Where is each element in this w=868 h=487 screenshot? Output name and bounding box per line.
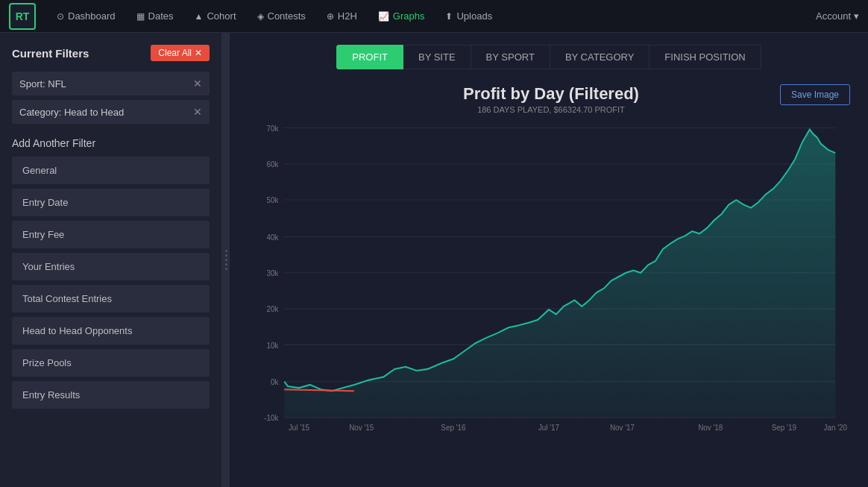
nav-graphs[interactable]: 📈 Graphs bbox=[369, 6, 434, 26]
filter-entry-results-button[interactable]: Entry Results bbox=[12, 381, 210, 409]
main-layout: Current Filters Clear All ✕ Sport: NFL ✕… bbox=[0, 33, 868, 487]
filter-entry-fee-button[interactable]: Entry Fee bbox=[12, 221, 210, 248]
nav-dashboard[interactable]: ⊙ Dashboard bbox=[48, 6, 125, 26]
collapse-dot-2 bbox=[225, 254, 227, 257]
filter-total-contest-entries-button[interactable]: Total Contest Entries bbox=[12, 285, 210, 312]
nav-cohort-label: Cohort bbox=[207, 10, 236, 22]
filter-entry-date-button[interactable]: Entry Date bbox=[12, 189, 210, 216]
save-image-button[interactable]: Save Image bbox=[780, 84, 850, 105]
sidebar-header: Current Filters Clear All ✕ bbox=[12, 45, 210, 61]
app-logo: RT bbox=[9, 3, 36, 30]
account-label: Account bbox=[816, 10, 851, 22]
dates-icon: ▦ bbox=[136, 11, 145, 22]
nav-dates[interactable]: ▦ Dates bbox=[128, 6, 183, 26]
tab-by-site[interactable]: BY SITE bbox=[403, 45, 471, 69]
sidebar-title: Current Filters bbox=[12, 47, 89, 60]
y-label-40k: 40k bbox=[267, 233, 280, 241]
chart-svg-wrapper: 70k 60k 50k 40k 30k 20k 10k 0k -10k bbox=[248, 120, 850, 436]
chart-tab-bar: PROFIT BY SITE BY SPORT BY CATEGORY FINI… bbox=[248, 45, 850, 69]
remove-category-filter-icon[interactable]: ✕ bbox=[193, 106, 202, 118]
x-label-nov15: Nov '15 bbox=[349, 424, 374, 432]
nav-dates-label: Dates bbox=[148, 10, 174, 22]
clear-all-label: Clear All bbox=[158, 48, 192, 58]
nav-items: ⊙ Dashboard ▦ Dates ▲ Cohort ◈ Contests … bbox=[48, 6, 816, 26]
clear-all-close-icon: ✕ bbox=[195, 48, 202, 58]
x-label-jul15: Jul '15 bbox=[289, 424, 309, 432]
h2h-icon: ⊕ bbox=[327, 11, 334, 22]
y-label-0k: 0k bbox=[271, 378, 279, 386]
nav-uploads-label: Uploads bbox=[456, 10, 492, 22]
y-label-10k: 10k bbox=[267, 341, 280, 349]
y-label-neg10k: -10k bbox=[264, 414, 279, 422]
filter-general-button[interactable]: General bbox=[12, 157, 210, 184]
nav-contests-label: Contests bbox=[268, 10, 306, 22]
clear-all-button[interactable]: Clear All ✕ bbox=[151, 45, 210, 61]
nav-contests[interactable]: ◈ Contests bbox=[248, 6, 315, 26]
account-menu[interactable]: Account ▾ bbox=[816, 10, 859, 22]
nav-h2h[interactable]: ⊕ H2H bbox=[318, 6, 366, 26]
tab-by-sport[interactable]: BY SPORT bbox=[471, 45, 550, 69]
navbar: RT ⊙ Dashboard ▦ Dates ▲ Cohort ◈ Contes… bbox=[0, 0, 868, 33]
y-label-50k: 50k bbox=[267, 196, 280, 204]
graphs-icon: 📈 bbox=[378, 11, 389, 22]
y-label-20k: 20k bbox=[267, 305, 280, 313]
nav-graphs-label: Graphs bbox=[393, 10, 425, 22]
nav-cohort[interactable]: ▲ Cohort bbox=[186, 6, 245, 26]
cohort-icon: ▲ bbox=[195, 11, 204, 22]
y-label-70k: 70k bbox=[267, 124, 280, 132]
sidebar: Current Filters Clear All ✕ Sport: NFL ✕… bbox=[0, 33, 222, 487]
x-label-nov18: Nov '18 bbox=[698, 424, 723, 432]
nav-uploads[interactable]: ⬆ Uploads bbox=[436, 6, 501, 26]
x-label-sep16: Sep '16 bbox=[441, 424, 465, 432]
collapse-dot-4 bbox=[225, 263, 227, 266]
nav-h2h-label: H2H bbox=[338, 10, 357, 22]
collapse-dot-1 bbox=[225, 250, 227, 252]
collapse-dot-3 bbox=[225, 259, 227, 261]
chart-header: Profit by Day (Filtered) 186 DAYS PLAYED… bbox=[248, 84, 850, 114]
contests-icon: ◈ bbox=[257, 11, 264, 22]
nav-dashboard-label: Dashboard bbox=[68, 10, 116, 22]
tab-finish-position[interactable]: FINISH POSITION bbox=[650, 45, 761, 69]
account-chevron-icon: ▾ bbox=[854, 10, 859, 22]
x-label-nov17: Nov '17 bbox=[610, 424, 635, 432]
dashboard-icon: ⊙ bbox=[57, 11, 64, 22]
sidebar-collapse-handle[interactable] bbox=[222, 33, 230, 487]
tab-by-category[interactable]: BY CATEGORY bbox=[550, 45, 650, 69]
add-filter-title: Add Another Filter bbox=[12, 137, 210, 149]
active-filter-sport-nfl: Sport: NFL ✕ bbox=[12, 72, 210, 95]
remove-sport-filter-icon[interactable]: ✕ bbox=[193, 78, 202, 89]
filter-sport-label: Sport: NFL bbox=[19, 78, 66, 89]
chart-fill-area bbox=[284, 130, 835, 418]
filter-category-label: Category: Head to Head bbox=[19, 107, 124, 118]
active-filter-category-h2h: Category: Head to Head ✕ bbox=[12, 100, 210, 124]
chart-subtitle: 186 DAYS PLAYED, $66324.70 PROFIT bbox=[322, 105, 780, 114]
main-content: PROFIT BY SITE BY SPORT BY CATEGORY FINI… bbox=[230, 33, 868, 487]
uploads-icon: ⬆ bbox=[445, 11, 453, 22]
x-label-jan20: Jan '20 bbox=[824, 424, 848, 432]
x-label-jul17: Jul '17 bbox=[538, 424, 559, 432]
filter-head-to-head-button[interactable]: Head to Head Opponents bbox=[12, 317, 210, 345]
filter-prize-pools-button[interactable]: Prize Pools bbox=[12, 349, 210, 377]
filter-your-entries-button[interactable]: Your Entries bbox=[12, 253, 210, 280]
x-label-sep19: Sep '19 bbox=[772, 424, 796, 432]
chart-title-block: Profit by Day (Filtered) 186 DAYS PLAYED… bbox=[322, 84, 780, 114]
tab-profit[interactable]: PROFIT bbox=[336, 45, 403, 69]
chart-area: Profit by Day (Filtered) 186 DAYS PLAYED… bbox=[248, 84, 850, 475]
profit-chart: 70k 60k 50k 40k 30k 20k 10k 0k -10k bbox=[248, 120, 850, 433]
collapse-dot-5 bbox=[225, 268, 227, 270]
y-label-60k: 60k bbox=[267, 160, 280, 169]
chart-title: Profit by Day (Filtered) bbox=[322, 84, 780, 104]
y-label-30k: 30k bbox=[267, 269, 280, 277]
